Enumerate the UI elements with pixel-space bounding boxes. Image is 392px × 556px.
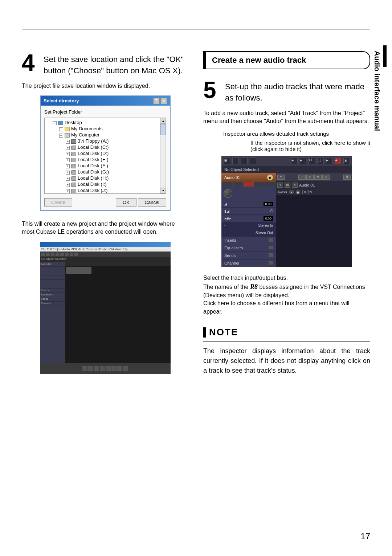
next-button[interactable] [100,366,105,371]
channel-icon[interactable] [269,261,273,265]
tree-item-disk-i[interactable]: +Local Disk (I:) [46,181,164,187]
mute-button[interactable]: m [298,175,306,180]
inspector-inserts[interactable]: Inserts [41,289,65,293]
create-button[interactable]: Create [44,198,72,207]
help-button[interactable]: ? [153,98,160,104]
tree-item-floppy[interactable]: +3½ Floppy (A:) [46,138,164,144]
toolbar-icon[interactable] [74,253,78,256]
tree-item-disk-e[interactable]: +Local Disk (E:) [46,156,164,163]
write-automation-button[interactable]: W [308,190,313,194]
expand-icon[interactable]: + [66,189,70,193]
expand-icon[interactable]: + [66,177,70,181]
input-bus-selector[interactable]: ◦Stereo In [221,222,276,229]
close-button[interactable]: × [160,98,167,104]
toolbar-icon[interactable] [51,253,54,256]
read-automation-button[interactable]: R [302,190,307,194]
inspector-track-name[interactable]: Audio 01 [41,262,65,267]
inspector-tab[interactable] [254,182,265,187]
mute-button[interactable]: m [285,183,290,188]
next-icon[interactable]: ▸ [300,158,306,164]
cycle-icon[interactable]: ↺ [309,158,315,164]
prev-icon[interactable]: ◂ [291,158,298,164]
record-button[interactable] [123,366,128,371]
tree-item-disk-g[interactable]: +Local Disk (G:) [46,169,164,175]
expand-icon[interactable]: + [59,127,63,131]
toolbar-icon[interactable] [65,253,69,256]
inspector-tab[interactable] [265,182,276,187]
delay-icon[interactable]: ◂◉▸ [224,216,231,220]
tree-item-disk-h[interactable]: +Local Disk (H:) [46,175,164,181]
tree-item-disk-j[interactable]: +Local Disk (J:) [46,187,164,193]
inspector-equalizers[interactable]: Equalizers [41,293,65,297]
read-automation-button[interactable]: R [314,175,322,180]
expand-icon[interactable]: + [66,183,70,187]
collapse-icon[interactable]: − [53,121,57,125]
tree-item-disk-k[interactable]: +ローカル (K:) [46,193,164,194]
track-header[interactable] [66,267,91,274]
inspector-panel[interactable]: Audio 01 Inserts Equalizers Sends Channe… [40,262,65,363]
inspector-inserts[interactable]: Inserts [221,236,276,244]
folder-tree[interactable]: ▴ ▾ −Desktop +My Documents −My Computer … [44,118,166,194]
inspector-sends[interactable]: Sends [221,252,276,259]
scroll-up-button[interactable]: ▴ [160,118,166,124]
tree-item-desktop[interactable]: −Desktop [46,119,164,126]
toolbar[interactable]: ◉ ◂ ▸ ↺ ▢ ▸ ● ▲ [221,156,352,166]
tree-item-disk-f[interactable]: +Local Disk (F:) [46,163,164,169]
arrow-tool-icon[interactable]: ▲ [343,158,350,164]
scrollbar-thumb[interactable] [160,124,166,135]
inspector-panel[interactable]: Audio 01 e ◢0.00 [221,173,276,267]
transport-panel[interactable] [40,363,171,374]
pan-icon[interactable]: ▮◢ [224,209,229,213]
menu-bar[interactable]: File Edit Project Audio MIDI Media Trans… [40,247,171,252]
toolbar-icon[interactable] [56,253,59,256]
scroll-down-button[interactable]: ▾ [160,188,166,193]
cycle-button[interactable] [106,366,111,371]
inspector-channel[interactable]: Channel [41,302,65,306]
volume-fader-icon[interactable]: ◢ [224,202,227,206]
inspector-channel[interactable]: Channel [221,259,276,267]
play-button[interactable] [117,366,122,371]
expand-icon[interactable]: + [66,158,70,162]
solo-button[interactable]: s [292,183,298,188]
cancel-button[interactable]: Cancel [138,198,166,207]
tree-item-disk-c[interactable]: +Local Disk (C:) [46,144,164,150]
dropdown-icon[interactable]: ▾ [277,175,285,180]
track-icon[interactable]: ▮ [343,175,351,180]
fast-forward-button[interactable] [88,366,93,371]
write-automation-button[interactable]: W [322,175,330,180]
expand-icon[interactable]: + [66,164,70,168]
bypass-icon[interactable] [269,246,273,249]
tree-item-mydocuments[interactable]: +My Documents [46,126,164,132]
record-enable-button[interactable]: ● [289,190,294,194]
inspector-sends[interactable]: Sends [41,297,65,302]
stop-button[interactable] [111,366,117,371]
inspector-equalizers[interactable]: Equalizers [221,244,276,252]
tree-item-disk-d[interactable]: +Local Disk (D:) [46,150,164,156]
inspector-tab[interactable] [221,182,232,187]
prev-button[interactable] [94,366,99,371]
inspector-tab[interactable] [232,182,243,187]
collapse-icon[interactable]: − [59,134,63,138]
toolbar-icon[interactable] [60,253,64,256]
rewind-button[interactable] [82,366,87,371]
edit-channel-button[interactable]: e [267,175,273,180]
output-bus-selector[interactable]: ◦Stereo Out [221,229,276,236]
expand-icon[interactable]: + [66,171,70,175]
pan-knob[interactable] [224,189,232,198]
expand-icon[interactable]: + [66,152,70,156]
tree-item-mycomputer[interactable]: −My Computer [46,132,164,138]
solo-button[interactable]: s [306,175,314,180]
expand-icon[interactable]: + [66,140,70,144]
play-icon[interactable]: ▸ [326,158,332,164]
timeline-ruler[interactable] [65,262,171,266]
bypass-icon[interactable] [269,238,273,242]
bypass-icon[interactable] [269,253,273,257]
toolbar-icon[interactable] [41,253,45,256]
toolbar-icon[interactable] [232,158,239,164]
toolbar-icon[interactable] [250,158,256,164]
inspector-tab-record[interactable] [243,182,254,187]
expand-icon[interactable]: + [66,146,70,150]
toolbar[interactable] [40,252,171,257]
toolbar-icon[interactable] [46,253,50,256]
toolbar-icon[interactable] [241,158,248,164]
